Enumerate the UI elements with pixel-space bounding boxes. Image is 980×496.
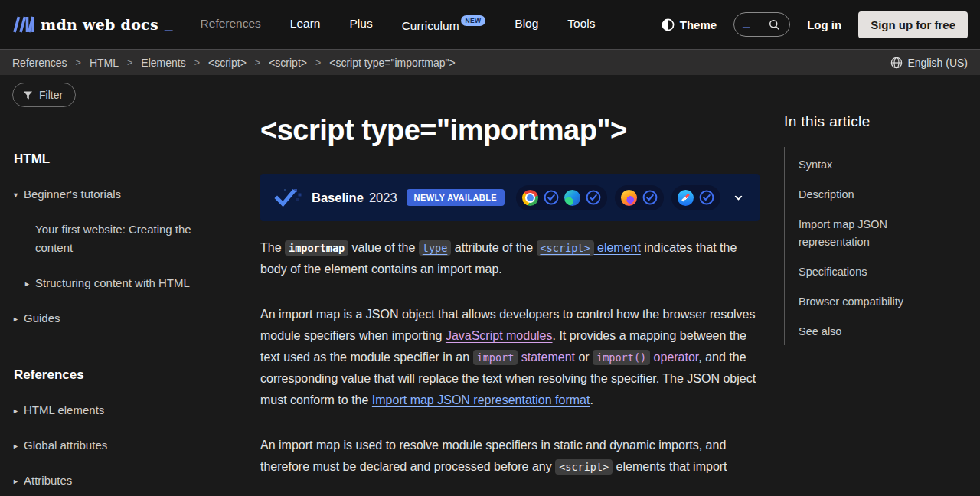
- safari-logo-icon: [678, 190, 694, 206]
- inline-link[interactable]: operator: [650, 351, 698, 364]
- breadcrumb-item[interactable]: References: [12, 57, 67, 69]
- page-title: <script type="importmap">: [260, 113, 760, 147]
- sidebar-list: ▼Beginner's tutorialsYour first website:…: [12, 185, 236, 328]
- support-check-icon: [699, 190, 714, 205]
- new-badge: NEW: [461, 15, 486, 26]
- browser-pill: [516, 185, 607, 210]
- language-switcher[interactable]: English (US): [890, 57, 968, 69]
- article-paragraph: An import map is a JSON object that allo…: [260, 304, 760, 411]
- baseline-logo-icon: [274, 188, 302, 207]
- disclosure-triangle-icon[interactable]: ►: [12, 437, 24, 455]
- article-paragraph: An import map is used to resolve module …: [260, 435, 760, 478]
- breadcrumb-separator: >: [255, 57, 260, 68]
- toc-item-browser-compatibility[interactable]: Browser compatibility: [799, 293, 921, 311]
- sidebar-item-global-attributes[interactable]: ►Global attributes: [12, 436, 236, 455]
- toc-item-syntax[interactable]: Syntax: [799, 156, 921, 174]
- edge-logo-icon: [564, 190, 580, 206]
- inline-code-link[interactable]: <script>: [537, 240, 594, 256]
- article-paragraph: The importmap value of the type attribut…: [260, 237, 760, 280]
- breadcrumb-item[interactable]: <script>: [208, 57, 247, 69]
- filter-button[interactable]: Filter: [12, 83, 76, 107]
- nav-item-plus[interactable]: Plus: [350, 17, 373, 33]
- breadcrumb-item[interactable]: <script>: [269, 57, 307, 69]
- support-check-icon: [544, 190, 559, 205]
- nav-item-blog[interactable]: Blog: [514, 17, 538, 33]
- sidebar-item-label[interactable]: HTML elements: [24, 401, 104, 419]
- sidebar-item-your-first-website-creating-the-content[interactable]: Your first website: Creating the content: [12, 220, 236, 257]
- breadcrumb-separator: >: [76, 57, 81, 68]
- sidebar-item-html-elements[interactable]: ►HTML elements: [12, 401, 236, 419]
- page-layout: Filter HTML▼Beginner's tutorialsYour fir…: [0, 75, 980, 496]
- inline-code: <script>: [555, 459, 612, 475]
- nav-item-learn[interactable]: Learn: [290, 17, 321, 33]
- top-navigation: mdn web docs_ ReferencesLearnPlusCurricu…: [0, 0, 980, 49]
- toc-item-description[interactable]: Description: [799, 186, 921, 204]
- browser-pill: [615, 185, 664, 210]
- sidebar-item-guides[interactable]: ►Guides: [12, 309, 236, 328]
- sidebar-heading-html: HTML: [14, 152, 236, 167]
- baseline-year: 2023: [369, 191, 397, 205]
- sidebar-item-label[interactable]: Structuring content with HTML: [35, 274, 190, 292]
- nav-item-curriculum[interactable]: CurriculumNEW: [402, 17, 486, 33]
- inline-code-link[interactable]: import(): [593, 350, 650, 365]
- nav-item-tools[interactable]: Tools: [567, 17, 595, 33]
- disclosure-spacer: [24, 221, 35, 258]
- inline-link[interactable]: statement: [518, 351, 575, 364]
- sidebar-item-label[interactable]: Guides: [24, 309, 60, 328]
- toc-item-see-also[interactable]: See also: [799, 323, 921, 341]
- breadcrumb-item[interactable]: HTML: [90, 57, 119, 69]
- baseline-status-badge: NEWLY AVAILABLE: [407, 189, 505, 206]
- firefox-logo-icon: [621, 190, 637, 206]
- browser-support-icons: [516, 185, 720, 210]
- primary-nav: ReferencesLearnPlusCurriculumNEWBlogTool…: [201, 17, 596, 33]
- sidebar-item-attributes[interactable]: ►Attributes: [12, 472, 236, 490]
- sidebar-item-label[interactable]: Beginner's tutorials: [24, 185, 121, 204]
- sidebar-item-label[interactable]: Your first website: Creating the content: [35, 220, 219, 257]
- breadcrumb-separator: >: [194, 57, 200, 68]
- search-input[interactable]: _: [733, 12, 790, 37]
- toc-item-import-map-json-representation[interactable]: Import map JSON representation: [799, 216, 921, 251]
- breadcrumb-item[interactable]: <script type="importmap">: [329, 57, 455, 69]
- disclosure-triangle-icon[interactable]: ►: [12, 402, 24, 420]
- breadcrumb-separator: >: [127, 57, 132, 68]
- toc-list: SyntaxDescriptionImport map JSON represe…: [784, 147, 968, 345]
- toc-heading: In this article: [784, 113, 968, 130]
- breadcrumb-separator: >: [315, 57, 321, 68]
- browser-pill: [671, 185, 720, 210]
- log-in-link[interactable]: Log in: [807, 18, 841, 31]
- disclosure-triangle-icon[interactable]: ▼: [12, 186, 24, 204]
- disclosure-triangle-icon[interactable]: ►: [12, 472, 24, 491]
- support-check-icon: [586, 190, 601, 205]
- baseline-banner: Baseline 2023 NEWLY AVAILABLE: [260, 174, 760, 221]
- inline-code-link[interactable]: import: [473, 350, 518, 365]
- nav-right-cluster: Theme _ Log in Sign up for free: [662, 11, 968, 38]
- theme-label: Theme: [680, 18, 717, 31]
- globe-icon: [890, 57, 903, 69]
- inline-code: importmap: [285, 240, 348, 256]
- theme-toggle-button[interactable]: Theme: [662, 18, 717, 31]
- sidebar-item-label[interactable]: Attributes: [24, 472, 72, 490]
- inline-link[interactable]: Import map JSON representation format: [372, 393, 590, 406]
- disclosure-triangle-icon[interactable]: ►: [12, 310, 24, 328]
- sign-up-button[interactable]: Sign up for free: [858, 11, 968, 38]
- disclosure-triangle-icon[interactable]: ►: [24, 275, 35, 293]
- breadcrumb-item[interactable]: Elements: [141, 57, 185, 69]
- sidebar-item-beginner-s-tutorials[interactable]: ▼Beginner's tutorials: [12, 185, 236, 204]
- sidebar-list: ►HTML elements►Global attributes►Attribu…: [12, 401, 236, 496]
- baseline-expand-button[interactable]: [731, 191, 746, 205]
- sidebar-heading-references: References: [14, 367, 236, 383]
- inline-link[interactable]: element: [594, 241, 641, 254]
- sidebar-item-structuring-content-with-html[interactable]: ►Structuring content with HTML: [12, 274, 236, 292]
- baseline-name: Baseline: [312, 191, 364, 205]
- toc-item-specifications[interactable]: Specifications: [799, 263, 921, 281]
- support-check-icon: [642, 190, 658, 205]
- filter-label: Filter: [39, 89, 63, 101]
- article-body: The importmap value of the type attribut…: [260, 237, 760, 478]
- sidebar-item-label[interactable]: Global attributes: [24, 436, 107, 455]
- mdn-logo[interactable]: mdn web docs_: [12, 16, 173, 33]
- search-icon[interactable]: [768, 18, 781, 31]
- nav-item-references[interactable]: References: [201, 17, 261, 33]
- inline-link[interactable]: JavaScript modules: [446, 329, 553, 342]
- inline-code-link[interactable]: type: [419, 240, 452, 256]
- sidebar-sections: HTML▼Beginner's tutorialsYour first webs…: [12, 152, 236, 496]
